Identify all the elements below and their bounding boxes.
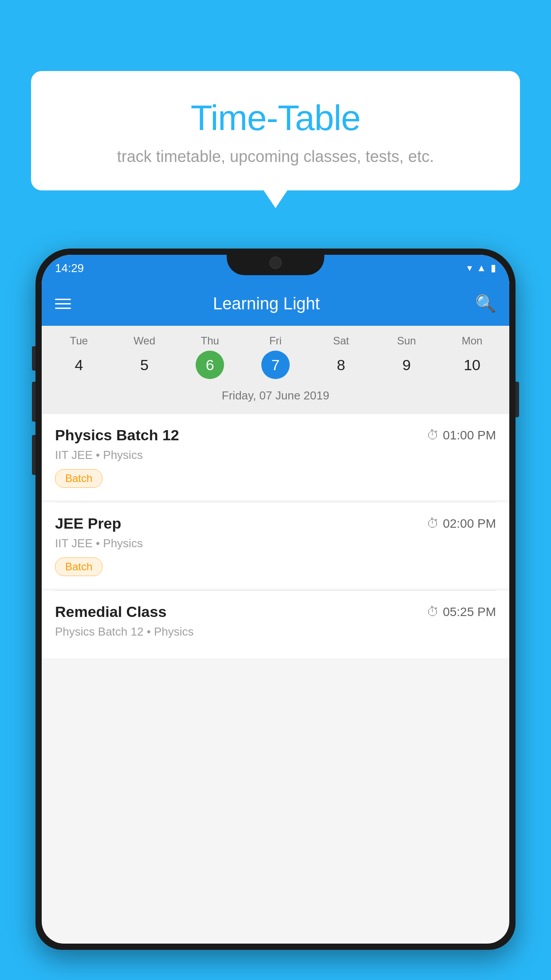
calendar-strip: Tue4Wed5Thu6Fri7Sat8Sun9Mon10 Friday, 07… [42,326,509,414]
item-header: Remedial Class⏱05:25 PM [55,603,496,620]
day-name: Mon [462,335,483,347]
day-number[interactable]: 5 [130,351,159,379]
day-col[interactable]: Tue4 [57,335,101,379]
item-header: JEE Prep⏱02:00 PM [55,515,496,532]
app-bar: Learning Light 🔍 [42,281,509,326]
day-col[interactable]: Mon10 [450,335,494,379]
day-name: Wed [134,335,155,347]
clock-icon: ⏱ [427,428,439,443]
day-name: Fri [269,335,282,347]
item-title: Remedial Class [55,603,166,620]
signal-icon: ▲ [476,262,486,274]
day-name: Sat [333,335,349,347]
phone-mockup: 14:29 ▾ ▲ ▮ Learning Light 🔍 [35,249,516,980]
day-col[interactable]: Thu6 [188,335,232,379]
item-time: ⏱02:00 PM [427,516,496,531]
phone-frame: 14:29 ▾ ▲ ▮ Learning Light 🔍 [35,249,516,950]
speech-bubble-container: Time-Table track timetable, upcoming cla… [31,71,520,190]
batch-badge: Batch [55,557,102,576]
schedule-item[interactable]: JEE Prep⏱02:00 PMIIT JEE • PhysicsBatch [42,502,509,589]
day-number[interactable]: 9 [392,351,421,379]
menu-button[interactable] [55,299,71,309]
phone-notch [227,249,324,275]
volume-up-button [32,382,35,422]
time-text: 01:00 PM [443,428,496,443]
day-col[interactable]: Sat8 [319,335,363,379]
bubble-subtitle: track timetable, upcoming classes, tests… [53,147,498,166]
schedule-item[interactable]: Remedial Class⏱05:25 PMPhysics Batch 12 … [42,591,509,658]
item-time: ⏱05:25 PM [427,605,496,619]
day-col[interactable]: Wed5 [122,335,167,379]
day-number[interactable]: 7 [261,351,290,379]
day-name: Thu [201,335,219,347]
day-number[interactable]: 4 [65,351,93,379]
selected-date-label: Friday, 07 June 2019 [42,383,509,410]
status-time: 14:29 [55,261,84,275]
search-icon[interactable]: 🔍 [475,294,496,313]
day-name: Sun [397,335,416,347]
battery-icon: ▮ [491,262,496,274]
item-subtitle: IIT JEE • Physics [55,448,496,462]
item-subtitle: Physics Batch 12 • Physics [55,625,496,639]
day-number[interactable]: 8 [327,351,355,379]
wifi-icon: ▾ [467,262,472,274]
batch-badge: Batch [55,469,102,488]
mute-button [32,346,35,371]
day-col[interactable]: Fri7 [253,335,298,379]
phone-screen: 14:29 ▾ ▲ ▮ Learning Light 🔍 [42,255,509,944]
app-title: Learning Light [84,294,449,313]
day-number[interactable]: 10 [458,351,486,379]
time-text: 05:25 PM [443,605,496,619]
item-time: ⏱01:00 PM [427,428,496,443]
time-text: 02:00 PM [443,517,496,531]
front-camera [269,257,282,269]
volume-down-button [32,435,35,475]
item-header: Physics Batch 12⏱01:00 PM [55,427,496,444]
day-number[interactable]: 6 [196,351,224,379]
day-col[interactable]: Sun9 [384,335,429,379]
day-name: Tue [70,335,88,347]
schedule-list: Physics Batch 12⏱01:00 PMIIT JEE • Physi… [42,414,509,660]
schedule-item[interactable]: Physics Batch 12⏱01:00 PMIIT JEE • Physi… [42,414,509,500]
status-icons: ▾ ▲ ▮ [467,262,496,274]
clock-icon: ⏱ [427,605,439,619]
item-title: JEE Prep [55,515,121,532]
clock-icon: ⏱ [427,516,439,531]
speech-bubble: Time-Table track timetable, upcoming cla… [31,71,520,190]
bubble-title: Time-Table [53,98,498,138]
item-subtitle: IIT JEE • Physics [55,537,496,550]
item-title: Physics Batch 12 [55,427,179,444]
days-row: Tue4Wed5Thu6Fri7Sat8Sun9Mon10 [42,335,509,379]
power-button [516,382,519,417]
